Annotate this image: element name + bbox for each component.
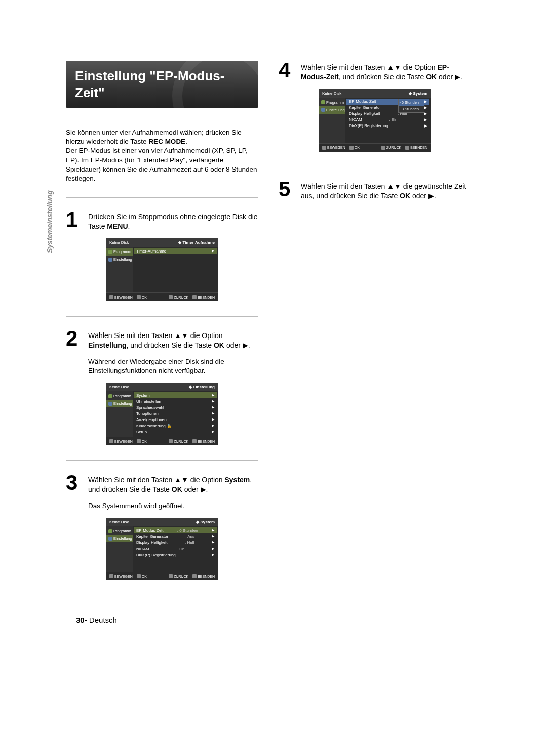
osd-row[interactable]: EP-Modus-Zeit: 6 Stunden▶ <box>134 527 217 533</box>
osd-row[interactable]: Anzeigeoptionen▶ <box>134 416 217 423</box>
osd-side-programm[interactable]: Programm <box>106 392 133 400</box>
osd-screen-2: Keine Disk ◆ Einstellung Programm Einste… <box>106 383 218 445</box>
arrow-icon: ▶ <box>212 547 214 551</box>
intro-text: Sie können unter vier Aufnahmemodi wähle… <box>66 128 258 183</box>
divider <box>66 197 258 198</box>
osd-row[interactable]: Uhr einstellen▶ <box>134 398 217 404</box>
arrow-icon: ▶ <box>212 430 214 434</box>
osd-row[interactable]: Kapitel-Generator: Aus▶ <box>134 533 217 539</box>
osd-row-timer[interactable]: Timer-Aufnahme▶ <box>134 248 217 254</box>
step-extra: Das Systemmenü wird geöffnet. <box>88 501 258 511</box>
zurueck-icon <box>381 146 385 150</box>
osd-footer-beenden: BEENDEN <box>198 296 215 299</box>
t: Wählen Sie mit den Tasten ▲▼ die Option <box>88 331 223 340</box>
t: , und drücken Sie die Taste <box>126 341 212 349</box>
t-bold: OK <box>400 192 410 200</box>
divider <box>66 460 258 461</box>
osd-row[interactable]: Display-Helligkeit: Hell▶ <box>134 539 217 545</box>
arrow-icon: ▶ <box>212 534 214 538</box>
arrow-icon: ▶ <box>424 124 427 128</box>
osd-side-einstellung[interactable]: Einstellung <box>319 106 345 114</box>
zurueck-icon <box>169 574 173 578</box>
step-number: 3 <box>66 473 83 494</box>
osd-row[interactable]: System▶ <box>134 392 217 398</box>
osd-footer-bewegen: BEWEGEN <box>114 575 133 578</box>
osd-footer-bewegen: BEWEGEN <box>327 146 345 149</box>
osd-crumb: ◆ Timer-Aufnahme <box>178 240 215 245</box>
v: : Aus <box>185 534 194 539</box>
bottom-divider <box>66 610 471 610</box>
t: . <box>128 222 130 230</box>
osd-footer-ok: OK <box>355 146 360 149</box>
l: Kindersicherung <box>136 424 166 428</box>
osd-row[interactable]: DivX(R) Registrierung▶ <box>346 123 429 129</box>
osd-screen-1: Keine Disk ◆ Timer-Aufnahme Programm Ein… <box>106 238 218 301</box>
t: Wählen Sie mit den Tasten ▲▼ die Option <box>301 63 436 71</box>
osd-row[interactable]: Setup▶ <box>134 429 217 435</box>
arrow-icon: ▶ <box>424 118 427 122</box>
ok-icon <box>137 439 141 443</box>
arrow-icon: ▶ <box>424 100 427 104</box>
popup-option-6h[interactable]: 6 Stunden <box>399 99 424 106</box>
osd-row-label: Timer-Aufnahme <box>136 249 166 254</box>
v: : Hell <box>185 540 194 545</box>
divider <box>279 208 471 208</box>
osd-row[interactable]: NICAM: Ein▶ <box>346 117 429 123</box>
step-text: Wählen Sie mit den Tasten ▲▼ die gewünsc… <box>301 180 471 201</box>
page-footer: 30- Deutsch <box>76 616 117 624</box>
osd-row[interactable]: Sprachauswahl▶ <box>134 404 217 410</box>
step-1: 1 Drücken Sie im Stoppmodus ohne eingele… <box>66 210 258 231</box>
osd-footer-beenden: BEENDEN <box>198 575 215 578</box>
page-number: 30 <box>76 616 85 624</box>
ok-icon <box>137 295 141 299</box>
osd-side-einstellung[interactable]: Einstellung <box>106 256 133 263</box>
t: oder ▶. <box>184 485 208 493</box>
osd-row[interactable]: NICAM: Ein▶ <box>134 545 217 552</box>
t: , und drücken Sie die Taste <box>339 73 424 81</box>
v: : Ein <box>176 547 184 551</box>
osd-side-programm[interactable]: Programm <box>106 248 133 256</box>
lock-icon: 🔒 <box>167 424 172 428</box>
t-bold: Einstellung <box>88 341 126 349</box>
osd-title: Keine Disk <box>322 91 341 96</box>
osd-side-einstellung[interactable]: Einstellung <box>106 400 133 407</box>
t: oder ▶. <box>439 73 462 81</box>
step-number: 1 <box>66 210 83 231</box>
osd-crumb: ◆ System <box>409 91 427 96</box>
v: : Ein <box>389 117 397 122</box>
divider <box>66 316 258 317</box>
l: Uhr einstellen <box>136 399 161 404</box>
bewegen-icon <box>322 146 326 150</box>
osd-footer-beenden: BEENDEN <box>198 440 215 443</box>
bewegen-icon <box>109 574 113 578</box>
step-text: Drücken Sie im Stoppmodus ohne eingelegt… <box>88 210 258 231</box>
osd-side-programm[interactable]: Programm <box>319 99 345 106</box>
t-bold: MENU <box>107 222 128 230</box>
right-column: 4 Wählen Sie mit den Tasten ▲▼ die Optio… <box>279 61 471 596</box>
t: Wählen Sie mit den Tasten ▲▼ die gewünsc… <box>301 182 466 200</box>
l: EP-Modus-Zeit <box>136 528 163 533</box>
l: Sprachauswahl <box>136 405 164 410</box>
osd-row[interactable]: Tonoptionen▶ <box>134 410 217 416</box>
osd-row[interactable]: Kindersicherung 🔒▶ <box>134 423 217 429</box>
l: System <box>136 393 150 398</box>
bewegen-icon <box>109 439 113 443</box>
osd-side-einstellung[interactable]: Einstellung <box>106 535 133 542</box>
zurueck-icon <box>169 439 173 443</box>
arrow-icon: ▶ <box>424 112 427 116</box>
t-bold: OK <box>214 341 224 349</box>
beenden-icon <box>192 295 197 299</box>
osd-footer-zurueck: ZURÜCK <box>174 296 188 299</box>
step-text: Wählen Sie mit den Tasten ▲▼ die Option … <box>301 61 471 82</box>
osd-side-programm[interactable]: Programm <box>106 527 133 535</box>
l: Kapitel-Generator <box>136 534 168 539</box>
left-column: Einstellung "EP-Modus-Zeit" Sie können u… <box>66 61 258 596</box>
arrow-icon: ▶ <box>212 411 214 415</box>
osd-crumb: ◆ Einstellung <box>189 385 215 389</box>
osd-footer-zurueck: ZURÜCK <box>174 440 188 443</box>
popup-option-8h[interactable]: 8 Stunden <box>399 106 424 112</box>
l: NICAM <box>136 547 149 551</box>
osd-row[interactable]: DivX(R) Registrierung▶ <box>134 552 217 558</box>
l: Anzeigeoptionen <box>136 417 167 422</box>
osd-crumb-label: Timer-Aufnahme <box>183 240 215 245</box>
